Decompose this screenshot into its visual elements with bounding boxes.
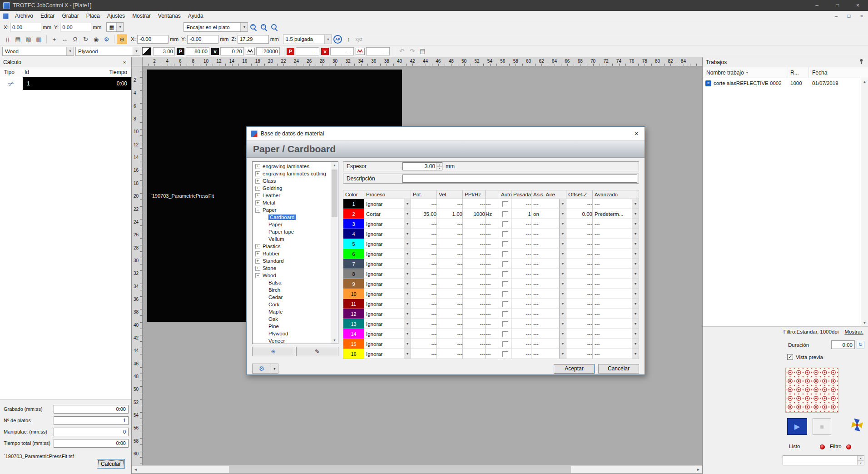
mdi-close-button[interactable]: × [855, 11, 868, 21]
dropdown-arrow-icon[interactable]: ▾ [632, 339, 639, 349]
spin-down-icon[interactable]: ▾ [437, 167, 442, 170]
frequency-field[interactable]: 20000 [256, 47, 280, 55]
tree-item-oak[interactable]: Oak [253, 315, 338, 323]
dialog-close-icon[interactable]: × [628, 127, 645, 140]
color-cell[interactable]: 1 [343, 199, 364, 209]
material-combo[interactable]: Plywood ▾ [75, 47, 140, 56]
dropdown-arrow-icon[interactable]: ▾ [404, 269, 411, 279]
dropdown-arrow-icon[interactable]: ▾ [116, 23, 123, 31]
collapse-icon[interactable]: − [255, 273, 260, 278]
new-file-icon[interactable]: ▯ [2, 35, 13, 44]
calc-row-selected[interactable]: 1 0:00 [23, 77, 131, 90]
color-cell[interactable]: 7 [343, 259, 364, 269]
dropdown-arrow-icon[interactable]: ▾ [404, 329, 411, 339]
expand-icon[interactable]: + [255, 171, 260, 176]
air-assist-select[interactable]: ---▾ [531, 199, 566, 209]
zoom-fit-icon[interactable] [271, 24, 278, 30]
dropdown-arrow-icon[interactable]: ▾ [559, 209, 566, 219]
auto-checkbox[interactable] [502, 291, 508, 297]
plate-job-label[interactable]: `190703_ParametricPressFit [150, 193, 214, 199]
edit-material-button[interactable]: ✎ [296, 347, 338, 356]
dropdown-arrow-icon[interactable]: ▾ [632, 249, 639, 259]
advanced-select[interactable]: ---▾ [593, 329, 639, 339]
dropdown-arrow-icon[interactable]: ▾ [559, 279, 566, 289]
laser-x-field[interactable]: -0.00 [137, 35, 169, 44]
menu-grabar[interactable]: Grabar [58, 11, 82, 21]
xyz-icon[interactable]: xyz [354, 35, 364, 44]
air-assist-select[interactable]: ---▾ [531, 229, 566, 239]
advanced-select[interactable]: ---▾ [593, 199, 639, 209]
auto-checkbox[interactable] [502, 211, 508, 217]
tree-item-stone[interactable]: +Stone [253, 264, 338, 272]
dropdown-arrow-icon[interactable]: ▾ [324, 35, 332, 44]
process-select[interactable]: Ignorar▾ [364, 309, 411, 319]
move-icon[interactable]: ↔ [60, 35, 70, 44]
jobs-footer-field[interactable]: ▴ ▾ [783, 455, 864, 465]
select-icon[interactable]: + [49, 35, 60, 44]
air-assist-select[interactable]: ---▾ [531, 259, 566, 269]
auto-checkbox[interactable] [502, 241, 508, 247]
dropdown-arrow-icon[interactable]: ▾ [632, 309, 639, 319]
color-cell[interactable]: 14 [343, 329, 364, 339]
maximize-button[interactable]: □ [827, 0, 848, 11]
air-assist-select[interactable]: ---▾ [531, 219, 566, 229]
grid-selector[interactable]: ▦ ▾ [106, 22, 124, 32]
color-cell[interactable]: 3 [343, 219, 364, 229]
advanced-select[interactable]: ---▾ [593, 259, 639, 269]
speed2-field[interactable]: --- [330, 47, 354, 55]
rotate-icon[interactable]: ↻ [80, 35, 91, 44]
mdi-minimize-button[interactable]: – [830, 11, 843, 21]
air-assist-select[interactable]: ---▾ [531, 349, 566, 359]
expand-icon[interactable]: + [255, 179, 260, 184]
color-cell[interactable]: 15 [343, 339, 364, 349]
dropdown-arrow-icon[interactable]: ▾ [632, 329, 639, 339]
dropdown-arrow-icon[interactable]: ▾ [559, 229, 566, 239]
air-assist-select[interactable]: ---▾ [531, 319, 566, 329]
laser-y-field[interactable]: -0.00 [187, 35, 218, 44]
laser-position-icon[interactable]: ⊕ [117, 35, 127, 44]
dropdown-arrow-icon[interactable]: ▾ [404, 199, 411, 209]
tree-item-paper[interactable]: Paper [253, 221, 338, 228]
dropdown-arrow-icon[interactable]: ▾ [404, 239, 411, 249]
tree-item-engraving-laminates[interactable]: +engraving laminates [253, 163, 338, 170]
tree-item-cardboard[interactable]: Cardboard [253, 214, 338, 221]
tree-item-paper[interactable]: −Paper [253, 206, 338, 214]
tree-item-maple[interactable]: Maple [253, 308, 338, 315]
zoom-mode-combo[interactable]: Encajar en el plato ▾ [184, 22, 248, 32]
collapse-icon[interactable]: − [255, 208, 260, 213]
scroll-up-icon[interactable]: ▲ [331, 162, 338, 169]
advanced-select[interactable]: ---▾ [593, 339, 639, 349]
tree-scrollbar[interactable]: ▲ ▼ [331, 162, 338, 344]
color-cell[interactable]: 9 [343, 279, 364, 289]
tree-item-glass[interactable]: +Glass [253, 177, 338, 185]
process-select[interactable]: Ignorar▾ [364, 339, 411, 349]
x-position-field[interactable]: 0.00 [10, 23, 41, 31]
dropdown-arrow-icon[interactable]: ▾ [559, 219, 566, 229]
tree-item-wood[interactable]: −Wood [253, 272, 338, 279]
tree-item-vellum[interactable]: Vellum [253, 235, 338, 243]
minimize-button[interactable]: – [807, 0, 827, 11]
espesor-field[interactable]: 3.00 ▴ ▾ [402, 162, 442, 170]
expand-icon[interactable]: + [255, 193, 260, 198]
dropdown-arrow-icon[interactable]: ▾ [559, 319, 566, 329]
color-cell[interactable]: 6 [343, 249, 364, 259]
col-nombre-trabajo[interactable]: Nombre trabajo ▾ [703, 67, 788, 78]
scroll-right-icon[interactable]: ► [694, 466, 702, 474]
advanced-select[interactable]: ---▾ [593, 319, 639, 329]
color-cell[interactable]: 13 [343, 319, 364, 329]
spin-up-icon[interactable]: ▴ [858, 456, 864, 461]
auto-checkbox[interactable] [502, 301, 508, 307]
auto-checkbox[interactable] [502, 341, 508, 347]
dropdown-arrow-icon[interactable]: ▾ [404, 209, 411, 219]
menu-ayuda[interactable]: Ayuda [184, 11, 207, 21]
scroll-down-icon[interactable]: ▼ [861, 319, 868, 326]
dropdown-arrow-icon[interactable]: ▾ [559, 269, 566, 279]
auto-checkbox[interactable] [502, 351, 508, 357]
dropdown-arrow-icon[interactable]: ▾ [632, 259, 639, 269]
laser-z-field[interactable]: 17.29 [238, 35, 269, 44]
dropdown-arrow-icon[interactable]: ▾ [632, 299, 639, 309]
process-select[interactable]: Ignorar▾ [364, 329, 411, 339]
process-select[interactable]: Ignorar▾ [364, 229, 411, 239]
expand-icon[interactable]: + [255, 244, 260, 249]
color-cell[interactable]: 2 [343, 209, 364, 219]
